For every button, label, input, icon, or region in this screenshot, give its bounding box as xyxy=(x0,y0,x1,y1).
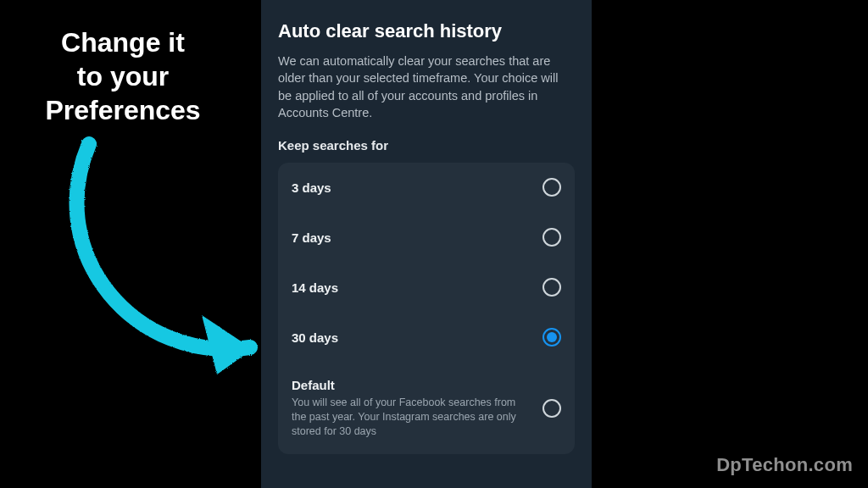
option-30-days[interactable]: 30 days xyxy=(278,312,575,362)
option-label: 30 days xyxy=(292,330,338,345)
annotation-line: to your xyxy=(25,59,220,93)
page-description: We can automatically clear your searches… xyxy=(278,53,575,121)
option-label: 3 days xyxy=(292,180,331,195)
option-label: 14 days xyxy=(292,280,338,295)
option-label: Default xyxy=(292,378,520,392)
settings-panel: Auto clear search history We can automat… xyxy=(261,0,592,488)
option-3-days[interactable]: 3 days xyxy=(278,163,575,212)
section-label: Keep searches for xyxy=(278,138,575,152)
option-label: 7 days xyxy=(292,230,331,245)
annotation-line: Change it xyxy=(25,25,220,59)
radio-icon[interactable] xyxy=(542,178,561,197)
options-list: 3 days 7 days 14 days 30 days Default Yo… xyxy=(278,163,575,454)
watermark: DpTechon.com xyxy=(716,454,853,476)
radio-icon[interactable] xyxy=(542,228,561,247)
page-title: Auto clear search history xyxy=(278,20,575,42)
option-7-days[interactable]: 7 days xyxy=(278,212,575,262)
annotation-line: Preferences xyxy=(25,93,220,127)
option-sublabel: You will see all of your Facebook search… xyxy=(292,396,520,439)
option-14-days[interactable]: 14 days xyxy=(278,262,575,312)
radio-icon[interactable] xyxy=(542,278,561,297)
radio-icon[interactable] xyxy=(542,399,561,418)
arrow-icon xyxy=(51,127,288,398)
option-default[interactable]: Default You will see all of your Faceboo… xyxy=(278,362,575,454)
annotation-text: Change it to your Preferences xyxy=(25,25,220,127)
radio-icon[interactable] xyxy=(542,328,561,347)
